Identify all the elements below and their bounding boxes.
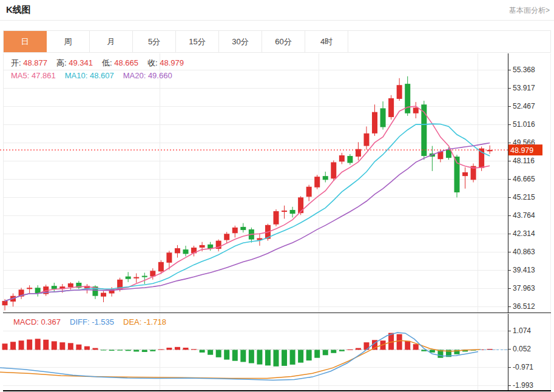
macd-bar [208,350,213,355]
price-axis-label: 37.963 [513,284,535,292]
candles [2,76,493,311]
legend-label: MA5: [11,71,32,80]
macd-bar [43,340,49,350]
macd-bar [232,350,238,361]
legend-label: DIFF: [70,317,92,326]
legend-value: 48.607 [90,71,114,80]
macd-axis-label: 0.052 [513,345,531,353]
price-axis-label: 40.863 [513,248,535,256]
macd-bar [290,350,296,365]
price-axis-label: 36.512 [513,302,535,311]
ma20-line [5,143,490,301]
candle-body [232,228,238,233]
candle-body [240,227,246,230]
svg-text:48.979: 48.979 [510,146,533,155]
candle-body [446,150,451,158]
candle-body [347,156,353,163]
tab-5min[interactable]: 5分 [133,31,176,52]
candle-body [183,249,188,254]
macd-legend: MACD: 0.367DIFF: -1.535DEA: -1.718 [13,317,175,326]
tab-4hour[interactable]: 4时 [305,31,348,52]
ma10-line [5,124,490,301]
candle-body [479,149,484,168]
macd-axis-label: -1.993 [513,381,533,390]
tab-monthly[interactable]: 月 [90,31,133,52]
candle-body [52,286,57,289]
candle-body [314,177,320,188]
macd-bar [158,350,164,350]
legend-item: 低: 48.665 [102,58,138,67]
macd-bar [109,350,115,351]
legend-label: 低: [102,58,114,67]
legend-value: -1.718 [144,317,166,326]
macd-bar [413,344,419,350]
tab-weekly[interactable]: 周 [47,31,90,52]
macd-bar [76,345,81,350]
macd-bar [282,350,287,366]
price-axis-label: 53.917 [513,84,535,92]
ma-legend: MA5: 47.861MA10: 48.607MA20: 49.660 [11,71,181,80]
candle-body [273,211,279,225]
panel-divider [3,313,551,313]
candle-body [142,276,147,277]
macd-bar [240,350,246,362]
price-axis-label: 52.467 [513,102,535,110]
candle-body [372,112,377,133]
legend-value: 49.660 [148,71,172,80]
candle-body [133,277,139,279]
right-edge-line [550,53,551,390]
price-axis-label: 43.764 [513,211,535,220]
legend-item: 高: 49.341 [56,58,93,67]
macd-bar [265,350,271,366]
macd-axis: 1.0740.052-0.971-1.993 [508,314,533,390]
macd-bar [363,342,369,350]
macd-bar [59,342,65,350]
legend-value: 48.877 [23,58,47,67]
macd-bar [224,350,229,360]
kline-panel: K线图 基本面分析> 日周月5分15分30分60分4时 开: 48.877高: … [0,0,554,392]
macd-bar [405,341,410,350]
price-axis-label: 46.665 [513,175,535,183]
legend-value: 48.979 [160,58,184,67]
candle-body [363,133,369,146]
candle-body [27,288,32,289]
bottom-border [3,390,551,391]
macd-bar [19,340,24,350]
candle-body [397,85,402,99]
tab-daily[interactable]: 日 [4,31,47,52]
macd-bar [191,349,197,350]
diff-line [0,333,478,380]
candle-body [166,252,172,263]
legend-value: -1.535 [92,317,114,326]
candle-body [388,98,394,117]
legend-item: MACD: 0.367 [13,317,61,326]
macd-bar [397,334,402,350]
legend-label: MA10: [65,71,90,80]
candle-body [298,197,303,213]
macd-bar [183,348,188,350]
candle-body [158,262,164,272]
tab-15min[interactable]: 15分 [176,31,219,52]
fundamental-analysis-link[interactable]: 基本面分析> [509,5,550,16]
macd-bar [27,339,32,350]
legend-label: 开: [11,58,23,67]
legend-value: 0.367 [41,317,61,326]
macd-bar [347,350,353,350]
legend-label: 收: [147,58,160,67]
tab-30min[interactable]: 30分 [219,31,262,52]
legend-item: 开: 48.877 [11,58,47,67]
macd-axis-label: 1.074 [513,326,531,335]
period-tabs: 日周月5分15分30分60分4时 [3,30,551,53]
candle-body [405,84,410,113]
macd-bar [133,350,139,352]
macd-bar [249,350,254,363]
price-axis: 55.36853.91752.46751.01649.56648.11646.6… [508,53,535,313]
tab-60min[interactable]: 60分 [262,31,305,52]
legend-label: DEA: [123,317,144,326]
macd-bar [101,350,106,351]
price-axis-label: 51.016 [513,120,535,129]
candle-body [200,245,205,248]
legend-label: 高: [56,58,69,67]
candlestick-chart[interactable]: 55.36853.91752.46751.01649.56648.11646.6… [0,53,554,313]
candle-body [224,234,229,240]
